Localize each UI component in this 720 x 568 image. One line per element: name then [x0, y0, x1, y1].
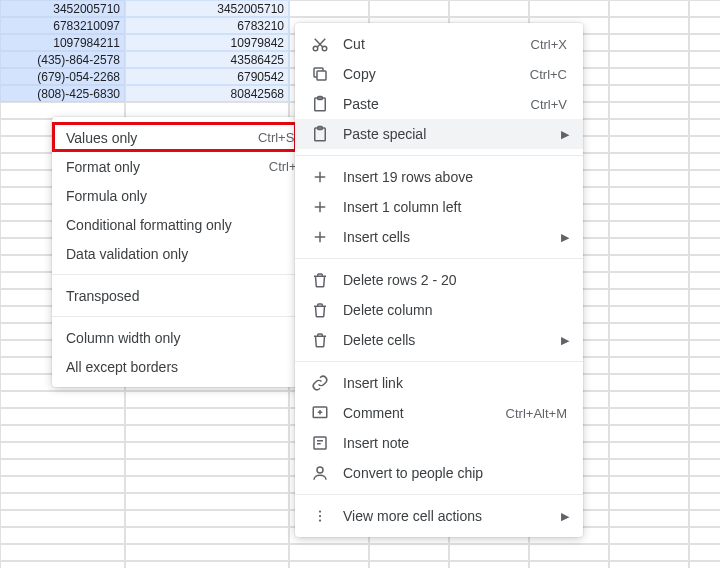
cell[interactable]	[125, 442, 289, 459]
cell[interactable]	[609, 204, 689, 221]
cell[interactable]	[609, 340, 689, 357]
cell[interactable]	[125, 493, 289, 510]
cell[interactable]: 3452005710	[0, 0, 125, 17]
cell[interactable]: 80842568	[125, 85, 289, 102]
cell[interactable]	[369, 561, 449, 568]
cell[interactable]: 43586425	[125, 51, 289, 68]
cell[interactable]	[609, 272, 689, 289]
cell[interactable]	[689, 221, 720, 238]
cell[interactable]	[609, 374, 689, 391]
cell[interactable]	[689, 119, 720, 136]
menu-comment[interactable]: Comment Ctrl+Alt+M	[295, 398, 583, 428]
cell[interactable]	[689, 425, 720, 442]
menu-insert-rows-above[interactable]: Insert 19 rows above	[295, 162, 583, 192]
cell[interactable]	[609, 527, 689, 544]
cell[interactable]	[689, 255, 720, 272]
cell[interactable]	[689, 340, 720, 357]
cell[interactable]	[689, 272, 720, 289]
cell[interactable]	[689, 306, 720, 323]
cell[interactable]	[609, 170, 689, 187]
menu-convert-people-chip[interactable]: Convert to people chip	[295, 458, 583, 488]
cell[interactable]: 6790542	[125, 68, 289, 85]
cell[interactable]	[609, 476, 689, 493]
cell[interactable]	[609, 238, 689, 255]
cell[interactable]	[609, 136, 689, 153]
menu-delete-rows[interactable]: Delete rows 2 - 20	[295, 265, 583, 295]
cell[interactable]: (808)-425-6830	[0, 85, 125, 102]
cell[interactable]	[529, 561, 609, 568]
cell[interactable]	[689, 34, 720, 51]
cell[interactable]	[0, 561, 125, 568]
cell[interactable]	[689, 408, 720, 425]
menu-insert-cells[interactable]: Insert cells ▶	[295, 222, 583, 252]
menu-delete-cells[interactable]: Delete cells ▶	[295, 325, 583, 355]
cell[interactable]	[125, 459, 289, 476]
cell[interactable]	[609, 425, 689, 442]
cell[interactable]	[689, 136, 720, 153]
cell[interactable]: (679)-054-2268	[0, 68, 125, 85]
cell[interactable]	[125, 510, 289, 527]
cell[interactable]	[609, 51, 689, 68]
cell[interactable]	[689, 476, 720, 493]
cell[interactable]	[689, 442, 720, 459]
cell[interactable]	[689, 357, 720, 374]
menu-copy[interactable]: Copy Ctrl+C	[295, 59, 583, 89]
cell[interactable]	[289, 561, 369, 568]
cell[interactable]	[689, 527, 720, 544]
cell[interactable]	[609, 323, 689, 340]
cell[interactable]	[689, 459, 720, 476]
cell[interactable]	[689, 238, 720, 255]
cell[interactable]	[689, 544, 720, 561]
cell[interactable]	[125, 527, 289, 544]
cell[interactable]	[609, 408, 689, 425]
cell[interactable]	[0, 476, 125, 493]
menu-paste-special[interactable]: Paste special ▶	[295, 119, 583, 149]
cell[interactable]	[529, 0, 609, 17]
cell[interactable]	[609, 459, 689, 476]
menu-view-more-actions[interactable]: View more cell actions ▶	[295, 501, 583, 531]
cell[interactable]	[689, 510, 720, 527]
cell[interactable]	[609, 561, 689, 568]
cell[interactable]	[609, 187, 689, 204]
cell[interactable]	[609, 289, 689, 306]
cell[interactable]	[689, 102, 720, 119]
cell[interactable]: 6783210	[125, 17, 289, 34]
cell[interactable]	[125, 408, 289, 425]
cell[interactable]	[0, 527, 125, 544]
cell[interactable]	[125, 561, 289, 568]
cell[interactable]	[289, 544, 369, 561]
cell[interactable]	[369, 544, 449, 561]
cell[interactable]	[689, 323, 720, 340]
menu-paste[interactable]: Paste Ctrl+V	[295, 89, 583, 119]
cell[interactable]	[0, 459, 125, 476]
cell[interactable]	[449, 544, 529, 561]
cell[interactable]	[689, 187, 720, 204]
menu-insert-column-left[interactable]: Insert 1 column left	[295, 192, 583, 222]
cell[interactable]	[0, 544, 125, 561]
cell[interactable]	[125, 391, 289, 408]
cell[interactable]	[289, 0, 369, 17]
cell[interactable]	[689, 17, 720, 34]
cell[interactable]	[689, 68, 720, 85]
cell[interactable]	[689, 0, 720, 17]
cell[interactable]	[609, 306, 689, 323]
menu-insert-link[interactable]: Insert link	[295, 368, 583, 398]
cell[interactable]	[609, 153, 689, 170]
cell[interactable]	[689, 153, 720, 170]
cell[interactable]	[609, 34, 689, 51]
cell[interactable]	[609, 255, 689, 272]
cell[interactable]	[125, 476, 289, 493]
cell[interactable]: 1097984211	[0, 34, 125, 51]
cell[interactable]	[689, 493, 720, 510]
cell[interactable]	[125, 425, 289, 442]
cell[interactable]	[0, 442, 125, 459]
cell[interactable]: 10979842	[125, 34, 289, 51]
cell[interactable]	[0, 391, 125, 408]
cell[interactable]	[609, 68, 689, 85]
cell[interactable]	[0, 493, 125, 510]
cell[interactable]	[529, 544, 609, 561]
cell[interactable]	[689, 51, 720, 68]
cell[interactable]: (435)-864-2578	[0, 51, 125, 68]
cell[interactable]	[609, 442, 689, 459]
cell[interactable]	[609, 493, 689, 510]
